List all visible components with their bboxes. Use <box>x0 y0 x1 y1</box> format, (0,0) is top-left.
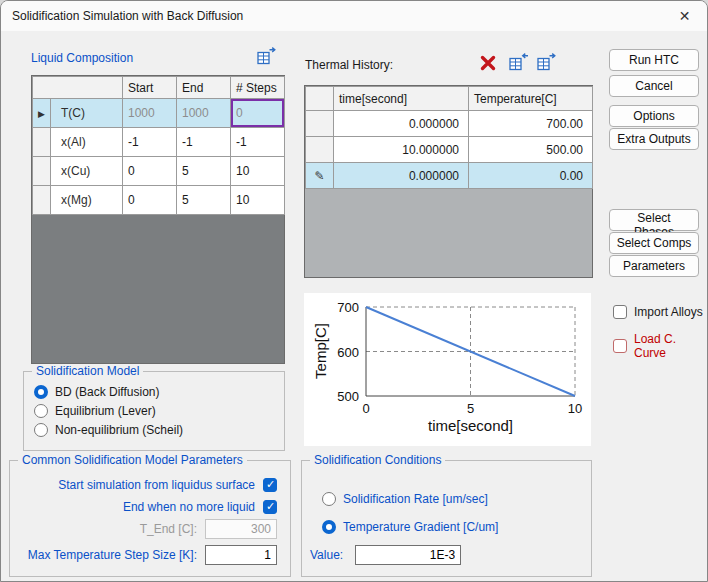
start-liquidus-label[interactable]: Start simulation from liquidus surface <box>58 478 255 492</box>
temperature-cell[interactable]: 0.00 <box>469 163 593 189</box>
current-row-arrow-icon: ▶ <box>38 109 45 119</box>
import-alloys-checkbox[interactable] <box>613 305 627 319</box>
max-step-field[interactable] <box>205 545 277 565</box>
radio-option-rate[interactable]: Solidification Rate [um/sec] <box>322 491 488 507</box>
value-label: Value: <box>310 548 343 562</box>
radio-option-bd[interactable]: BD (Back Diffusion) <box>34 384 159 400</box>
steps-cell[interactable]: 0 <box>231 99 285 128</box>
y-tick-label: 600 <box>337 344 359 359</box>
x-tick-label: 5 <box>467 401 474 416</box>
end-cell[interactable]: 5 <box>177 186 231 215</box>
delete-thermal-row-button[interactable] <box>475 52 501 76</box>
column-header-end[interactable]: End <box>177 77 231 99</box>
options-button[interactable]: Options <box>609 105 699 127</box>
load-c-curve-checkbox[interactable] <box>613 339 627 353</box>
radio-icon[interactable] <box>34 385 48 399</box>
row-label-cell[interactable]: T(C) <box>51 99 123 128</box>
load-c-curve-label[interactable]: Load C. Curve <box>634 332 707 360</box>
start-cell[interactable]: 0 <box>123 157 177 186</box>
start-cell[interactable]: -1 <box>123 128 177 157</box>
solidification-model-group: Solidification Model BD (Back Diffusion)… <box>23 371 285 451</box>
radio-icon[interactable] <box>34 423 48 437</box>
row-indicator[interactable] <box>306 111 334 137</box>
table-export-icon <box>536 53 558 73</box>
start-cell[interactable]: 1000 <box>123 99 177 128</box>
export-composition-button[interactable] <box>254 46 280 70</box>
extra-outputs-button[interactable]: Extra Outputs <box>609 128 699 150</box>
start-liquidus-checkbox[interactable] <box>263 478 277 492</box>
solidification-model-title: Solidification Model <box>32 364 143 378</box>
row-indicator[interactable]: ▶ <box>33 99 51 128</box>
radio-option-scheil[interactable]: Non-equilibrium (Scheil) <box>34 422 183 438</box>
row-indicator[interactable] <box>33 128 51 157</box>
solidification-conditions-title: Solidification Conditions <box>310 453 445 467</box>
row-header-column[interactable] <box>306 87 334 111</box>
radio-icon[interactable] <box>34 404 48 418</box>
table-export-icon <box>256 47 278 67</box>
y-tick-label: 500 <box>337 389 359 404</box>
x-tick-label: 10 <box>568 401 582 416</box>
row-indicator[interactable]: ✎ <box>306 163 334 189</box>
radio-label[interactable]: Equilibrium (Lever) <box>55 404 156 418</box>
cancel-button[interactable]: Cancel <box>609 75 699 97</box>
end-cell[interactable]: -1 <box>177 128 231 157</box>
x-tick-label: 0 <box>362 401 369 416</box>
select-phases-button[interactable]: Select Phases <box>609 209 699 231</box>
import-thermal-history-button[interactable] <box>506 52 532 76</box>
table-row: x(Mg) 0 5 10 <box>33 186 285 215</box>
title-bar[interactable]: Solidification Simulation with Back Diff… <box>1 1 707 31</box>
grid-header-row: time[second] Temperature[C] <box>306 87 593 111</box>
value-field[interactable] <box>355 545 461 565</box>
solidification-conditions-group: Solidification Conditions Solidification… <box>301 460 592 577</box>
end-cell[interactable]: 1000 <box>177 99 231 128</box>
radio-label[interactable]: Solidification Rate [um/sec] <box>343 492 488 506</box>
row-header-column[interactable] <box>33 77 123 99</box>
select-comps-button[interactable]: Select Comps <box>609 232 699 254</box>
steps-cell[interactable]: -1 <box>231 128 285 157</box>
end-no-liquid-checkbox[interactable] <box>263 500 277 514</box>
chart-x-axis-label: time[second] <box>366 417 575 434</box>
steps-cell[interactable]: 10 <box>231 157 285 186</box>
radio-option-equilibrium[interactable]: Equilibrium (Lever) <box>34 403 156 419</box>
thermal-history-chart: Temp[C] time[second] 0510700600500 <box>304 293 591 446</box>
import-alloys-label[interactable]: Import Alloys <box>634 305 703 319</box>
radio-icon[interactable] <box>322 492 336 506</box>
column-header-time[interactable]: time[second] <box>334 87 469 111</box>
export-thermal-history-button[interactable] <box>534 52 560 76</box>
table-row: 0.000000 700.00 <box>306 111 593 137</box>
radio-label[interactable]: Non-equilibrium (Scheil) <box>55 423 183 437</box>
radio-label[interactable]: Temperature Gradient [C/um] <box>343 520 498 534</box>
row-label-cell[interactable]: x(Al) <box>51 128 123 157</box>
radio-icon[interactable] <box>322 520 336 534</box>
time-cell[interactable]: 10.000000 <box>334 137 469 163</box>
temperature-cell[interactable]: 500.00 <box>469 137 593 163</box>
time-cell[interactable]: 0.000000 <box>334 111 469 137</box>
row-indicator[interactable] <box>306 137 334 163</box>
radio-option-gradient[interactable]: Temperature Gradient [C/um] <box>322 519 498 535</box>
grid-header-row: Start End # Steps <box>33 77 285 99</box>
end-no-liquid-label[interactable]: End when no more liquid <box>123 500 255 514</box>
value-row: Value: <box>310 547 461 563</box>
delete-icon <box>478 53 498 73</box>
window-title: Solidification Simulation with Back Diff… <box>1 9 243 23</box>
row-indicator[interactable] <box>33 186 51 215</box>
common-parameters-group: Common Solidification Model Parameters S… <box>9 460 291 577</box>
t-end-row: T_End [C]: <box>140 519 277 539</box>
column-header-start[interactable]: Start <box>123 77 177 99</box>
column-header-steps[interactable]: # Steps <box>231 77 285 99</box>
steps-cell[interactable]: 10 <box>231 186 285 215</box>
column-header-temperature[interactable]: Temperature[C] <box>469 87 593 111</box>
temperature-cell[interactable]: 700.00 <box>469 111 593 137</box>
table-row: 10.000000 500.00 <box>306 137 593 163</box>
time-cell[interactable]: 0.000000 <box>334 163 469 189</box>
parameters-button[interactable]: Parameters <box>609 255 699 277</box>
row-label-cell[interactable]: x(Mg) <box>51 186 123 215</box>
radio-label[interactable]: BD (Back Diffusion) <box>55 385 159 399</box>
table-import-icon <box>508 53 530 73</box>
close-button[interactable]: ✕ <box>662 1 707 31</box>
start-cell[interactable]: 0 <box>123 186 177 215</box>
row-label-cell[interactable]: x(Cu) <box>51 157 123 186</box>
run-htc-button[interactable]: Run HTC <box>609 49 699 71</box>
row-indicator[interactable] <box>33 157 51 186</box>
end-cell[interactable]: 5 <box>177 157 231 186</box>
